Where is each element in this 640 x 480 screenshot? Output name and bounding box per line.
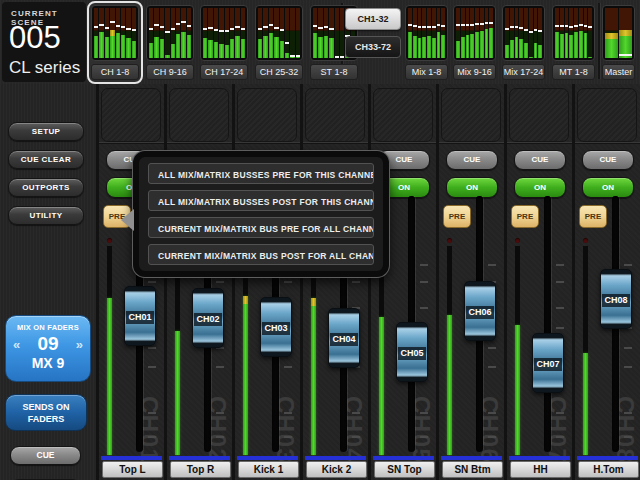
fader-cap[interactable]: CH03 — [260, 297, 292, 357]
meter-group-ch-17-24[interactable]: CH 17-24 — [196, 1, 252, 84]
strip-top-panel — [373, 88, 433, 142]
channel-on-button[interactable]: ON — [514, 177, 566, 198]
meter-group-ch-1-8[interactable]: CH 1-8 — [87, 1, 143, 84]
fader-scale-tick — [420, 264, 428, 266]
meter-box — [602, 5, 635, 61]
meter-peak-indicator — [324, 26, 328, 28]
channel-cue-button[interactable]: CUE — [446, 150, 498, 170]
channel-pre-badge[interactable]: PRE — [511, 205, 539, 228]
channel-meter-fill — [515, 325, 520, 455]
channel-name-box[interactable]: Top R — [170, 461, 231, 478]
sidebar-cue-button[interactable]: CUE — [10, 446, 81, 465]
meter-bar — [437, 8, 441, 58]
next-mix-button[interactable]: » — [76, 337, 83, 352]
channel-name-box[interactable]: SN Top — [374, 461, 435, 478]
meter-peak-indicator — [280, 29, 284, 31]
meter-peak-indicator — [290, 55, 294, 57]
meter-peak-indicator — [214, 29, 218, 31]
channel-name-box[interactable]: Kick 2 — [306, 461, 367, 478]
meter-bar — [176, 8, 180, 58]
channel-name-box[interactable]: H.Tom — [578, 461, 639, 478]
meter-bar — [335, 8, 339, 58]
fader-cap[interactable]: CH05 — [396, 322, 428, 382]
sends-on-faders-button[interactable]: SENDS ON FADERS — [5, 394, 87, 431]
fader-track[interactable] — [544, 196, 551, 452]
fader-scale-tick — [284, 436, 292, 438]
meter-peak-indicator — [565, 25, 569, 27]
fader-cap[interactable]: CH01 — [124, 286, 156, 346]
fader-scale-tick — [624, 347, 632, 349]
meter-bar — [605, 8, 618, 58]
meter-group-mix-17-24[interactable]: Mix 17-24 — [498, 1, 549, 84]
meter-group-ch-9-16[interactable]: CH 9-16 — [142, 1, 198, 84]
meter-group-label: CH 17-24 — [200, 64, 248, 80]
popup-menu-item-3[interactable]: CURRENT MIX/MATRIX BUS PRE FOR ALL CHANN… — [148, 217, 374, 238]
meter-bar — [432, 8, 436, 58]
meter-bar-fill — [461, 37, 465, 58]
popup-menu-item-1[interactable]: ALL MIX/MATRIX BUSSES PRE FOR THIS CHANN… — [148, 163, 374, 184]
bank-button-ch33-72[interactable]: CH33-72 — [345, 36, 401, 58]
channel-name-box[interactable]: HH — [510, 461, 571, 478]
fader-scale-tick — [148, 366, 156, 368]
channel-color-bar — [305, 456, 366, 460]
meter-bar-fill — [94, 36, 98, 59]
sidebar-button-utility[interactable]: UTILITY — [8, 206, 84, 225]
meter-peak-indicator — [187, 25, 191, 27]
fader-cap[interactable]: CH08 — [600, 269, 632, 329]
channel-name-box[interactable]: Top L — [102, 461, 163, 478]
over-led — [583, 238, 588, 243]
meter-group-mt-1-8[interactable]: MT 1-8 — [548, 1, 599, 84]
meter-bar — [427, 8, 431, 58]
meter-bar-fill — [560, 34, 564, 58]
channel-name-box[interactable]: SN Btm — [442, 461, 503, 478]
meter-group-label: Master — [602, 64, 635, 80]
meter-peak-indicator — [329, 28, 333, 30]
meter-bar — [219, 8, 223, 58]
meter-peak-indicator — [296, 55, 300, 57]
meter-peak-indicator — [335, 56, 339, 58]
meter-group-mix-9-16[interactable]: Mix 9-16 — [449, 1, 500, 84]
meter-peak-indicator — [340, 56, 344, 58]
meter-group-mix-1-8[interactable]: Mix 1-8 — [401, 1, 452, 84]
meter-bar-fill — [555, 32, 559, 58]
fader-scale-tick — [148, 436, 156, 438]
meter-bar-fill — [230, 39, 234, 58]
meter-bar — [171, 8, 175, 58]
fader-cap-label: CH03 — [262, 322, 290, 335]
fader-scale-tick — [488, 366, 496, 368]
popup-menu-item-2[interactable]: ALL MIX/MATRIX BUSSES POST FOR THIS CHAN… — [148, 190, 374, 211]
meter-group-ch-25-32[interactable]: CH 25-32 — [251, 1, 307, 84]
meter-bar-fill — [574, 32, 578, 58]
sidebar-button-cue-clear[interactable]: CUE CLEAR — [8, 150, 84, 169]
channel-on-button[interactable]: ON — [582, 177, 634, 198]
meter-group-label: ST 1-8 — [310, 64, 358, 80]
meter-peak-indicator — [470, 24, 474, 26]
channel-pre-badge[interactable]: PRE — [443, 205, 471, 228]
mix-on-faders-panel[interactable]: MIX ON FADERS « 09 » MX 9 — [5, 315, 91, 382]
bank-button-ch1-32[interactable]: CH1-32 — [345, 8, 401, 30]
fader-cap-label: CH06 — [466, 306, 494, 319]
fader-cap[interactable]: CH07 — [532, 333, 564, 393]
fader-cap[interactable]: CH02 — [192, 288, 224, 348]
fader-cap[interactable]: CH04 — [328, 308, 360, 368]
meter-bar-fill — [176, 34, 180, 58]
meter-bar-fill — [171, 44, 175, 58]
scene-number: 005 — [9, 20, 61, 56]
channel-cue-button[interactable]: CUE — [582, 150, 634, 170]
meter-peak-indicator — [203, 28, 207, 30]
popup-menu-item-4[interactable]: CURRENT MIX/MATRIX BUS POST FOR ALL CHAN… — [148, 244, 374, 265]
sidebar-button-setup[interactable]: SETUP — [8, 122, 84, 141]
meter-group-master[interactable]: Master — [598, 1, 639, 84]
channel-on-button[interactable]: ON — [446, 177, 498, 198]
fader-cap[interactable]: CH06 — [464, 281, 496, 341]
channel-name-box[interactable]: Kick 1 — [238, 461, 299, 478]
channel-cue-button[interactable]: CUE — [514, 150, 566, 170]
over-led — [107, 238, 112, 243]
sidebar-button-outports[interactable]: OUTPORTS — [8, 178, 84, 197]
channel-pre-badge[interactable]: PRE — [579, 205, 607, 228]
meter-bar-fill — [160, 39, 164, 58]
meter-bar — [269, 8, 273, 58]
fader-scale-tick — [420, 281, 428, 283]
prev-mix-button[interactable]: « — [13, 337, 20, 352]
strip-separator — [99, 142, 164, 143]
